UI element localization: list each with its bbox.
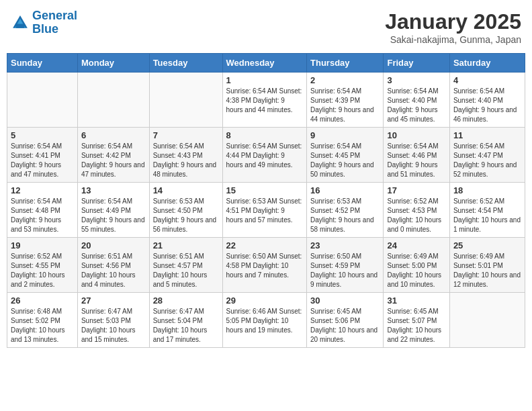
day-number: 2 <box>310 75 380 85</box>
day-info: Sunrise: 6:54 AM Sunset: 4:40 PM Dayligh… <box>453 87 521 124</box>
calendar-day-cell: 4Sunrise: 6:54 AM Sunset: 4:40 PM Daylig… <box>449 73 525 128</box>
calendar-title: January 2025 <box>385 9 521 34</box>
calendar-body: 1Sunrise: 6:54 AM Sunset: 4:38 PM Daylig… <box>7 73 525 348</box>
calendar-day-cell: 20Sunrise: 6:51 AM Sunset: 4:56 PM Dayli… <box>77 238 149 293</box>
calendar-day-cell: 19Sunrise: 6:52 AM Sunset: 4:55 PM Dayli… <box>7 238 78 293</box>
weekday-header-cell: Tuesday <box>149 54 222 73</box>
day-info: Sunrise: 6:53 AM Sunset: 4:50 PM Dayligh… <box>153 197 219 234</box>
title-area: January 2025 Sakai-nakajima, Gunma, Japa… <box>385 9 521 45</box>
day-number: 7 <box>153 130 219 140</box>
day-info: Sunrise: 6:53 AM Sunset: 4:52 PM Dayligh… <box>310 197 380 234</box>
calendar-day-cell: 27Sunrise: 6:47 AM Sunset: 5:03 PM Dayli… <box>77 293 149 348</box>
day-number: 28 <box>153 295 219 306</box>
calendar-day-cell: 14Sunrise: 6:53 AM Sunset: 4:50 PM Dayli… <box>149 183 222 238</box>
day-number: 9 <box>310 130 380 140</box>
day-info: Sunrise: 6:52 AM Sunset: 4:54 PM Dayligh… <box>453 197 521 234</box>
calendar-day-cell: 18Sunrise: 6:52 AM Sunset: 4:54 PM Dayli… <box>449 183 525 238</box>
logo-text: General Blue <box>32 9 77 36</box>
calendar-week-row: 19Sunrise: 6:52 AM Sunset: 4:55 PM Dayli… <box>7 238 525 293</box>
day-number: 6 <box>81 130 146 140</box>
day-number: 16 <box>310 185 380 195</box>
day-info: Sunrise: 6:51 AM Sunset: 4:56 PM Dayligh… <box>81 252 146 289</box>
day-number: 8 <box>226 130 304 140</box>
calendar-day-cell: 23Sunrise: 6:50 AM Sunset: 4:59 PM Dayli… <box>307 238 384 293</box>
calendar-day-cell: 30Sunrise: 6:45 AM Sunset: 5:06 PM Dayli… <box>307 293 384 348</box>
calendar-table: SundayMondayTuesdayWednesdayThursdayFrid… <box>7 53 525 348</box>
day-info: Sunrise: 6:48 AM Sunset: 5:02 PM Dayligh… <box>11 307 74 345</box>
day-info: Sunrise: 6:54 AM Sunset: 4:41 PM Dayligh… <box>11 142 74 179</box>
day-info: Sunrise: 6:54 AM Sunset: 4:47 PM Dayligh… <box>453 142 521 179</box>
calendar-day-cell: 31Sunrise: 6:45 AM Sunset: 5:07 PM Dayli… <box>384 293 449 348</box>
day-number: 31 <box>387 295 445 306</box>
day-number: 19 <box>11 240 74 250</box>
day-info: Sunrise: 6:46 AM Sunset: 5:05 PM Dayligh… <box>226 307 304 335</box>
day-number: 11 <box>453 130 521 140</box>
day-info: Sunrise: 6:51 AM Sunset: 4:57 PM Dayligh… <box>153 252 219 289</box>
day-info: Sunrise: 6:54 AM Sunset: 4:42 PM Dayligh… <box>81 142 146 179</box>
day-info: Sunrise: 6:49 AM Sunset: 5:01 PM Dayligh… <box>453 252 521 289</box>
calendar-day-cell: 15Sunrise: 6:53 AM Sunset: 4:51 PM Dayli… <box>222 183 307 238</box>
day-number: 17 <box>387 185 445 195</box>
calendar-day-cell: 16Sunrise: 6:53 AM Sunset: 4:52 PM Dayli… <box>307 183 384 238</box>
day-info: Sunrise: 6:54 AM Sunset: 4:40 PM Dayligh… <box>387 87 445 124</box>
logo: General Blue <box>11 9 77 36</box>
day-number: 22 <box>226 240 304 250</box>
day-number: 26 <box>11 295 74 306</box>
calendar-week-row: 1Sunrise: 6:54 AM Sunset: 4:38 PM Daylig… <box>7 73 525 128</box>
calendar-week-row: 5Sunrise: 6:54 AM Sunset: 4:41 PM Daylig… <box>7 128 525 183</box>
calendar-day-cell <box>7 73 78 128</box>
day-number: 27 <box>81 295 146 306</box>
day-number: 4 <box>453 75 521 85</box>
calendar-day-cell: 12Sunrise: 6:54 AM Sunset: 4:48 PM Dayli… <box>7 183 78 238</box>
day-info: Sunrise: 6:54 AM Sunset: 4:48 PM Dayligh… <box>11 197 74 234</box>
calendar-day-cell: 2Sunrise: 6:54 AM Sunset: 4:39 PM Daylig… <box>307 73 384 128</box>
day-number: 29 <box>226 295 304 306</box>
calendar-day-cell: 8Sunrise: 6:54 AM Sunset: 4:44 PM Daylig… <box>222 128 307 183</box>
calendar-week-row: 26Sunrise: 6:48 AM Sunset: 5:02 PM Dayli… <box>7 293 525 348</box>
weekday-header-row: SundayMondayTuesdayWednesdayThursdayFrid… <box>7 54 525 73</box>
calendar-day-cell: 11Sunrise: 6:54 AM Sunset: 4:47 PM Dayli… <box>449 128 525 183</box>
calendar-day-cell: 28Sunrise: 6:47 AM Sunset: 5:04 PM Dayli… <box>149 293 222 348</box>
calendar-day-cell: 7Sunrise: 6:54 AM Sunset: 4:43 PM Daylig… <box>149 128 222 183</box>
weekday-header-cell: Wednesday <box>222 54 307 73</box>
day-info: Sunrise: 6:54 AM Sunset: 4:49 PM Dayligh… <box>81 197 146 234</box>
day-number: 24 <box>387 240 445 250</box>
day-number: 23 <box>310 240 380 250</box>
day-info: Sunrise: 6:54 AM Sunset: 4:39 PM Dayligh… <box>310 87 380 124</box>
day-info: Sunrise: 6:45 AM Sunset: 5:06 PM Dayligh… <box>310 307 380 345</box>
day-number: 30 <box>310 295 380 306</box>
day-info: Sunrise: 6:52 AM Sunset: 4:55 PM Dayligh… <box>11 252 74 289</box>
day-info: Sunrise: 6:52 AM Sunset: 4:53 PM Dayligh… <box>387 197 445 234</box>
day-info: Sunrise: 6:53 AM Sunset: 4:51 PM Dayligh… <box>226 197 304 225</box>
logo-line1: General <box>32 9 77 22</box>
calendar-day-cell: 29Sunrise: 6:46 AM Sunset: 5:05 PM Dayli… <box>222 293 307 348</box>
day-info: Sunrise: 6:49 AM Sunset: 5:00 PM Dayligh… <box>387 252 445 289</box>
day-info: Sunrise: 6:54 AM Sunset: 4:38 PM Dayligh… <box>226 87 304 115</box>
calendar-day-cell: 1Sunrise: 6:54 AM Sunset: 4:38 PM Daylig… <box>222 73 307 128</box>
day-info: Sunrise: 6:45 AM Sunset: 5:07 PM Dayligh… <box>387 307 445 345</box>
day-info: Sunrise: 6:54 AM Sunset: 4:45 PM Dayligh… <box>310 142 380 179</box>
day-number: 21 <box>153 240 219 250</box>
calendar-day-cell: 6Sunrise: 6:54 AM Sunset: 4:42 PM Daylig… <box>77 128 149 183</box>
calendar-day-cell: 17Sunrise: 6:52 AM Sunset: 4:53 PM Dayli… <box>384 183 449 238</box>
calendar-day-cell: 9Sunrise: 6:54 AM Sunset: 4:45 PM Daylig… <box>307 128 384 183</box>
weekday-header-cell: Sunday <box>7 54 78 73</box>
day-number: 20 <box>81 240 146 250</box>
day-info: Sunrise: 6:54 AM Sunset: 4:43 PM Dayligh… <box>153 142 219 179</box>
day-number: 3 <box>387 75 445 85</box>
day-number: 12 <box>11 185 74 195</box>
day-number: 14 <box>153 185 219 195</box>
day-info: Sunrise: 6:47 AM Sunset: 5:03 PM Dayligh… <box>81 307 146 345</box>
calendar-day-cell: 21Sunrise: 6:51 AM Sunset: 4:57 PM Dayli… <box>149 238 222 293</box>
calendar-day-cell: 13Sunrise: 6:54 AM Sunset: 4:49 PM Dayli… <box>77 183 149 238</box>
day-info: Sunrise: 6:47 AM Sunset: 5:04 PM Dayligh… <box>153 307 219 345</box>
day-info: Sunrise: 6:50 AM Sunset: 4:59 PM Dayligh… <box>310 252 380 289</box>
page-header: General Blue January 2025 Sakai-nakajima… <box>7 7 525 48</box>
calendar-day-cell: 26Sunrise: 6:48 AM Sunset: 5:02 PM Dayli… <box>7 293 78 348</box>
calendar-subtitle: Sakai-nakajima, Gunma, Japan <box>385 34 521 45</box>
day-number: 5 <box>11 130 74 140</box>
weekday-header-cell: Saturday <box>449 54 525 73</box>
logo-icon <box>11 13 30 32</box>
day-number: 15 <box>226 185 304 195</box>
day-number: 10 <box>387 130 445 140</box>
